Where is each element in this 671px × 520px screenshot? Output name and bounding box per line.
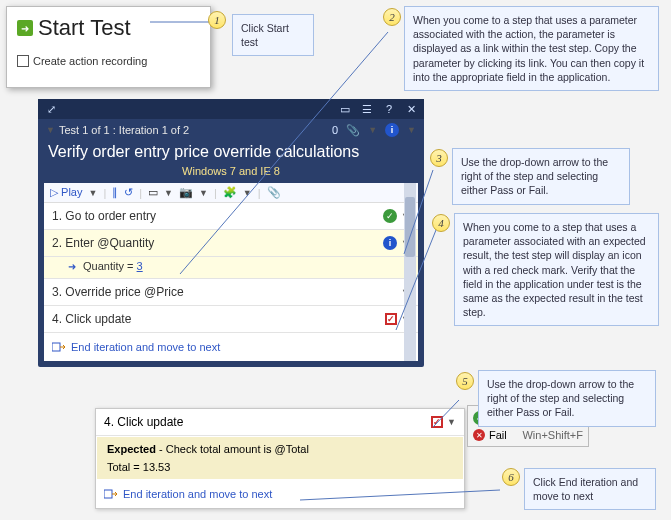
test-step[interactable]: 4. Click update ▼	[96, 409, 464, 436]
callout-badge-4: 4	[432, 214, 450, 232]
tasks-icon[interactable]: ☰	[360, 102, 374, 116]
expected-result-icon	[431, 416, 443, 428]
callout-badge-5: 5	[456, 372, 474, 390]
environment-label: Windows 7 and IE 8	[38, 165, 424, 183]
start-test-panel: ➜ Start Test Create action recording	[6, 6, 211, 88]
step-text: 1. Go to order entry	[52, 209, 383, 223]
expected-result-icon	[385, 313, 397, 325]
attachment-icon[interactable]: 📎	[346, 123, 360, 137]
callout-badge-1: 1	[208, 11, 226, 29]
callout-tip-6: Click End iteration and move to next	[524, 468, 656, 510]
step-text: 3. Override price @Price	[52, 285, 401, 299]
arrow-right-icon: ➜	[68, 261, 76, 272]
callout-tip-4: When you come to a step that uses a para…	[454, 213, 659, 326]
fail-label: Fail	[489, 429, 507, 441]
create-recording-label: Create action recording	[33, 55, 147, 67]
end-iteration-label: End iteration and move to next	[71, 341, 220, 353]
end-iteration-link[interactable]: End iteration and move to next	[44, 333, 418, 361]
bug-icon[interactable]: 🧩	[223, 186, 237, 199]
step-count: 0	[332, 124, 338, 136]
help-icon[interactable]: ?	[382, 102, 396, 116]
attachment-icon[interactable]: 📎	[267, 186, 281, 199]
step-text: 4. Click update	[104, 415, 431, 429]
end-iteration-icon	[52, 341, 66, 353]
fail-shortcut: Win+Shift+F	[522, 429, 583, 441]
expected-label: Expected	[107, 443, 156, 455]
panel-icon[interactable]: ▭	[148, 186, 158, 199]
play-forward-icon: ➜	[17, 20, 33, 36]
svg-rect-7	[104, 490, 112, 498]
chevron-down-icon[interactable]: ▼	[368, 125, 377, 135]
chevron-down-icon[interactable]: ▼	[164, 188, 173, 198]
end-iteration-link[interactable]: End iteration and move to next	[96, 480, 464, 508]
callout-tip-5: Use the drop-down arrow to the right of …	[478, 370, 656, 427]
steps-panel: ▷ Play ▼ | ∥ ↺ | ▭ ▼ 📷 ▼ | 🧩 ▼ | 📎 1. Go…	[44, 183, 418, 361]
reset-button[interactable]: ↺	[124, 186, 133, 199]
callout-badge-2: 2	[383, 8, 401, 26]
callout-tip-2: When you come to a step that uses a para…	[404, 6, 659, 91]
camera-icon[interactable]: 📷	[179, 186, 193, 199]
param-value-link[interactable]: 3	[137, 260, 143, 272]
active-icon: i	[383, 236, 397, 250]
fail-menu-item[interactable]: ✕ Fail Win+Shift+F	[471, 427, 585, 443]
fail-icon: ✕	[473, 429, 485, 441]
close-icon[interactable]: ✕	[404, 102, 418, 116]
runner-titlebar: ⤢ ▭ ☰ ? ✕	[38, 99, 424, 119]
pass-icon: ✓	[383, 209, 397, 223]
callout-tip-3: Use the drop-down arrow to the right of …	[452, 148, 630, 205]
svg-rect-6	[52, 343, 60, 351]
pause-button[interactable]: ∥	[112, 186, 118, 199]
param-label: Quantity =	[83, 260, 137, 272]
chevron-down-icon[interactable]: ▼	[243, 188, 252, 198]
chevron-down-icon[interactable]: ▼	[199, 188, 208, 198]
callout-badge-3: 3	[430, 149, 448, 167]
info-icon[interactable]: i	[385, 123, 399, 137]
expected-result-block: Expected - Check total amount is @Total …	[97, 437, 463, 479]
scrollbar[interactable]	[404, 183, 416, 361]
end-iteration-icon	[104, 488, 118, 500]
chevron-down-icon[interactable]: ▼	[88, 188, 97, 198]
chevron-down-icon[interactable]: ▼	[447, 417, 456, 427]
test-runner-window: ⤢ ▭ ☰ ? ✕ ▼ Test 1 of 1 : Iteration 1 of…	[38, 99, 424, 367]
chevron-down-icon[interactable]: ▼	[407, 125, 416, 135]
test-step[interactable]: 1. Go to order entry ✓▼	[44, 203, 418, 230]
scrollbar-thumb[interactable]	[405, 197, 415, 257]
test-step[interactable]: 3. Override price @Price ▼	[44, 279, 418, 306]
end-iteration-label: End iteration and move to next	[123, 488, 272, 500]
step-text: 4. Click update	[52, 312, 385, 326]
test-step[interactable]: 2. Enter @Quantity i▼	[44, 230, 418, 257]
iteration-header: Test 1 of 1 : Iteration 1 of 2	[59, 124, 189, 136]
test-title: Verify order entry price override calcul…	[38, 141, 424, 165]
start-test-label: Start Test	[38, 15, 131, 41]
create-recording-checkbox[interactable]	[17, 55, 29, 67]
chevron-down-icon[interactable]: ▼	[46, 125, 55, 135]
test-step[interactable]: 4. Click update ▼	[44, 306, 418, 333]
step-detail-popout: ✓ Pass Win+Shift+P ✕ Fail Win+Shift+F 4.…	[95, 408, 465, 509]
expected-value: Total = 13.53	[107, 461, 453, 473]
step-text: 2. Enter @Quantity	[52, 236, 383, 250]
callout-tip-1: Click Start test	[232, 14, 314, 56]
window-split-icon[interactable]: ▭	[338, 102, 352, 116]
callout-badge-6: 6	[502, 468, 520, 486]
play-button[interactable]: ▷ Play	[50, 186, 82, 199]
dock-icon[interactable]: ⤢	[44, 102, 58, 116]
expected-text: - Check total amount is @Total	[156, 443, 309, 455]
start-test-button[interactable]: ➜ Start Test	[17, 15, 200, 41]
step-parameter-row: ➜ Quantity = 3	[44, 257, 418, 279]
